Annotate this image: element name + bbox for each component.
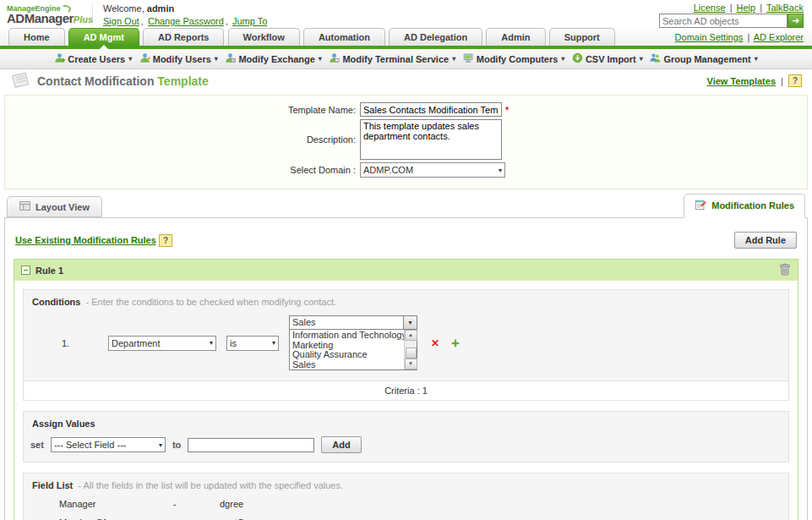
add-rule-button[interactable]: Add Rule: [734, 232, 797, 249]
tab-ad-reports[interactable]: AD Reports: [143, 28, 225, 46]
tab-label: Home: [24, 32, 50, 42]
domain-select[interactable]: ADMP.COM ▾: [360, 162, 505, 178]
operator-select[interactable]: is ▾: [226, 336, 279, 351]
toolbar-modify-terminal-service[interactable]: Modify Terminal Service▾: [329, 52, 455, 65]
delete-rule-icon[interactable]: [779, 263, 791, 277]
scrollbar-thumb[interactable]: [406, 348, 417, 359]
tab-label: AD Reports: [158, 32, 210, 42]
template-note-icon: [10, 72, 30, 90]
scroll-up-icon[interactable]: ▲: [405, 330, 417, 341]
collapse-icon[interactable]: [21, 265, 30, 275]
create-users-icon: [54, 52, 65, 65]
add-condition-icon[interactable]: +: [451, 335, 460, 352]
template-name-input[interactable]: [360, 102, 502, 117]
tab-label: AD Mgmt: [84, 32, 124, 42]
option-item[interactable]: Sales: [290, 360, 404, 370]
assign-value-input[interactable]: [188, 438, 314, 452]
required-asterisk: *: [505, 105, 509, 115]
value-select[interactable]: Sales ▼: [289, 315, 417, 330]
view-tabs: Layout View Modification Rules: [4, 195, 808, 217]
remove-condition-icon[interactable]: ✕: [431, 337, 439, 349]
add-value-button[interactable]: Add: [321, 436, 361, 453]
license-link[interactable]: License: [694, 3, 726, 13]
toolbar-csv-import[interactable]: CSV Import▾: [572, 52, 643, 65]
dropdown-arrow-icon[interactable]: ▼: [403, 316, 417, 329]
username: admin: [147, 3, 174, 14]
modify-users-icon: [139, 52, 150, 65]
to-label: to: [172, 440, 181, 450]
search-input[interactable]: [659, 14, 787, 28]
help-icon[interactable]: ?: [788, 74, 802, 87]
talkback-link[interactable]: TalkBack: [766, 3, 804, 13]
tab-modification-rules[interactable]: Modification Rules: [684, 194, 805, 218]
description-label: Description:: [5, 134, 360, 145]
tab-label: AD Delegation: [404, 32, 467, 42]
help-link[interactable]: Help: [737, 3, 756, 13]
template-form-panel: Template Name: * Description: This templ…: [4, 95, 808, 189]
ad-explorer-link[interactable]: AD Explorer: [754, 32, 804, 42]
option-item[interactable]: Quality Assurance: [290, 350, 404, 360]
use-existing-rules-link[interactable]: Use Existing Modification Rules: [15, 235, 156, 245]
tab-home[interactable]: Home: [8, 28, 65, 46]
chevron-down-icon: ▾: [452, 55, 455, 63]
assign-row: set --- Select Field --- ▾ to Add: [24, 429, 788, 453]
toolbar-modify-exchange[interactable]: Modify Exchange▾: [225, 52, 321, 65]
chevron-down-icon: ▾: [755, 55, 758, 63]
select-domain-label: Select Domain :: [5, 165, 360, 175]
view-templates-link[interactable]: View Templates: [707, 76, 777, 86]
layout-grid-icon: [19, 201, 30, 212]
description-textarea[interactable]: This template updates sales department c…: [360, 119, 502, 160]
group-management-icon: [650, 52, 661, 65]
toolbar-modify-computers[interactable]: Modify Computers▾: [463, 52, 565, 65]
action-toolbar: Create Users▾ Modify Users▾ Modify Excha…: [0, 49, 812, 69]
chevron-down-icon: ▾: [272, 339, 275, 347]
sign-out-link[interactable]: Sign Out: [103, 16, 139, 26]
attribute-select[interactable]: Department ▾: [108, 336, 216, 351]
field-select[interactable]: --- Select Field --- ▾: [51, 437, 166, 452]
option-item[interactable]: Information and Technology: [290, 331, 404, 341]
help-icon[interactable]: ?: [159, 234, 172, 247]
field-name: Manager: [59, 499, 173, 509]
search-go-button[interactable]: ➜: [787, 14, 804, 28]
panel-head: Use Existing Modification Rules ? Add Ru…: [12, 227, 800, 250]
chevron-down-icon: ▾: [561, 55, 564, 63]
field-select-value: --- Select Field ---: [54, 440, 127, 450]
rule-1-title: Rule 1: [35, 265, 63, 276]
modification-rules-panel: Use Existing Modification Rules ? Add Ru…: [4, 217, 808, 520]
chevron-down-icon: ▾: [319, 55, 322, 63]
operator-select-value: is: [230, 338, 237, 348]
arrow-right-icon: ➜: [792, 15, 799, 25]
change-password-link[interactable]: Change Password: [148, 16, 224, 26]
field-value: dgree: [220, 499, 243, 509]
toolbar-group-management[interactable]: Group Management▾: [650, 52, 757, 65]
active-tab-notch: [100, 45, 108, 49]
tab-label: Admin: [501, 32, 530, 42]
toolbar-label: Create Users: [68, 54, 125, 64]
tab-layout-view[interactable]: Layout View: [7, 196, 102, 217]
page-title: Contact Modification Template: [37, 74, 209, 88]
domain-select-value: ADMP.COM: [363, 165, 413, 175]
template-name-label: Template Name:: [5, 105, 360, 115]
tab-support[interactable]: Support: [549, 28, 615, 46]
scroll-down-icon[interactable]: ▼: [405, 359, 417, 369]
domain-settings-link[interactable]: Domain Settings: [675, 32, 744, 42]
jump-to-link[interactable]: Jump To: [232, 16, 267, 26]
separator: ,: [141, 16, 144, 26]
tab-workflow[interactable]: Workflow: [228, 28, 300, 46]
tab-ad-delegation[interactable]: AD Delegation: [389, 28, 482, 46]
tab-automation[interactable]: Automation: [303, 28, 385, 46]
tab-admin[interactable]: Admin: [486, 28, 545, 46]
tabbar-right-links: Domain Settings | AD Explorer: [675, 32, 804, 42]
toolbar-label: Group Management: [663, 54, 750, 64]
page-title-row: Contact Modification Template View Templ…: [0, 69, 812, 93]
listbox-scrollbar[interactable]: ▲ ▼: [404, 330, 417, 369]
toolbar-label: Modify Terminal Service: [342, 54, 449, 64]
toolbar-modify-users[interactable]: Modify Users▾: [139, 52, 218, 65]
modification-rules-label: Modification Rules: [711, 200, 794, 211]
separator: |: [781, 76, 783, 86]
search-area: ➜: [659, 14, 804, 28]
modify-exchange-icon: [225, 52, 236, 65]
toolbar-create-users[interactable]: Create Users▾: [54, 52, 132, 65]
tab-ad-mgmt[interactable]: AD Mgmt: [68, 28, 139, 46]
set-label: set: [30, 440, 44, 450]
